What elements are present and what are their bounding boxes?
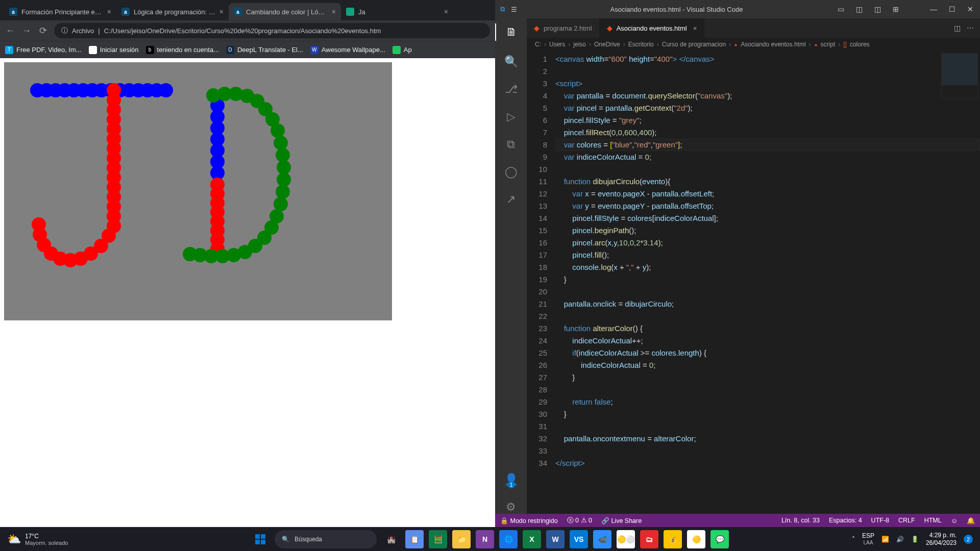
taskbar-app[interactable]: 🗂 (640, 530, 658, 548)
layout-icon[interactable]: ◫ (854, 5, 864, 13)
activity-item[interactable]: ▷ (507, 110, 516, 123)
activity-item[interactable]: ⧉ (507, 138, 515, 151)
browser-tab[interactable]: aFormación Principiante en Progra× (4, 3, 116, 20)
breadcrumb-segment[interactable]: Asociando eventos.html (741, 41, 805, 48)
vscode-breadcrumb[interactable]: C:›Users›jeiso›OneDrive›Escritorio›Curso… (527, 38, 980, 51)
taskbar-app[interactable]: 📹 (593, 530, 611, 548)
breadcrumb-segment[interactable]: Escritorio (628, 41, 654, 48)
back-button[interactable]: ← (5, 26, 15, 36)
taskbar-app[interactable]: 🏰 (382, 530, 400, 548)
drawing-canvas[interactable] (4, 62, 392, 320)
activity-item[interactable]: 🔍 (504, 55, 518, 68)
vscode-activity-bar: 🗎🔍⎇▷⧉◯↗👤⚙ (495, 18, 527, 514)
split-editor-icon[interactable]: ◫ (954, 24, 961, 32)
bookmark-item[interactable]: DDeepL Translate - El... (226, 46, 303, 54)
editor-tab[interactable]: ◆Asociando eventos.html× (600, 18, 705, 38)
app-menu-icon[interactable]: ☰ (511, 6, 517, 13)
browser-tab[interactable]: aLógica de programación: Practic× (116, 3, 229, 20)
taskbar-app[interactable]: W (546, 530, 565, 548)
taskbar-clock[interactable]: 4:29 p. m. 26/04/2023 (926, 532, 957, 547)
taskbar-app[interactable]: 📋 (405, 530, 424, 548)
taskbar-app[interactable]: 💬 (710, 530, 729, 548)
editor-tab[interactable]: ◆programa 2.html (527, 18, 600, 38)
taskbar-app[interactable]: 🌐 (499, 530, 518, 548)
start-button[interactable] (251, 530, 270, 548)
gear-icon[interactable]: ⚙ (506, 500, 516, 514)
svg-rect-3 (261, 540, 265, 544)
layout-icon[interactable]: ▭ (836, 5, 845, 13)
activity-item[interactable]: 🗎 (495, 23, 527, 41)
site-info-icon[interactable]: ⓘ (61, 26, 68, 35)
maximize-button[interactable]: ☐ (947, 5, 957, 13)
breadcrumb-segment[interactable]: OneDrive (594, 41, 620, 48)
battery-icon[interactable]: 🔋 (911, 536, 919, 543)
taskbar-app[interactable]: VS (570, 530, 588, 548)
taskbar-app[interactable]: 🟡⚪ (617, 530, 635, 548)
status-feedback-icon[interactable]: ☺ (951, 517, 958, 524)
status-spaces[interactable]: Espacios: 4 (829, 517, 862, 524)
status-problems[interactable]: ⓧ 0 ⚠ 0 (567, 516, 592, 525)
code-content[interactable]: <canvas width="600" height="400"> </canv… (555, 51, 980, 514)
breadcrumb-segment[interactable]: Curso de programacion (662, 41, 726, 48)
taskbar-app[interactable]: 🧮 (429, 530, 447, 548)
bookmark-item[interactable]: Iniciar sesión (89, 46, 139, 54)
tab-close-icon[interactable]: × (107, 8, 111, 16)
taskbar-search[interactable]: 🔍Búsqueda (275, 530, 377, 548)
bookmark-item[interactable]: Ap (393, 46, 412, 54)
breadcrumb-segment[interactable]: jeiso (573, 41, 586, 48)
tab-close-icon[interactable]: × (444, 8, 448, 16)
layout-icon[interactable]: ⊞ (891, 5, 900, 13)
status-encoding[interactable]: UTF-8 (871, 517, 889, 524)
bookmark-item[interactable]: WAwesome Wallpape... (310, 46, 385, 54)
layout-icon[interactable]: ◫ (873, 5, 882, 13)
taskbar-app[interactable]: 🟡 (687, 530, 705, 548)
status-lang[interactable]: HTML (924, 517, 942, 524)
breadcrumb-segment[interactable]: script (821, 41, 836, 48)
vscode-editor[interactable]: 1234567891011121314151617181920212223242… (527, 51, 980, 514)
notification-badge[interactable]: 2 (964, 535, 973, 544)
forward-button[interactable]: → (21, 26, 32, 36)
status-cursor-pos[interactable]: Lín. 8, col. 33 (781, 517, 820, 524)
vscode-titlebar[interactable]: ⧉ ☰ Asociando eventos.html - Visual Stud… (495, 0, 980, 18)
browser-tab[interactable]: Ja× (341, 3, 453, 20)
taskbar-app[interactable]: 💰 (664, 530, 682, 548)
bookmark-item[interactable]: bteniendo en cuenta... (146, 46, 219, 54)
activity-item[interactable]: ⎇ (505, 83, 518, 96)
bookmark-item[interactable]: TFree PDF, Video, Im... (5, 46, 82, 54)
address-bar[interactable]: ⓘ Archivo | C:/Users/jeiso/OneDrive/Escr… (54, 23, 490, 38)
tab-close-icon[interactable]: × (332, 8, 336, 16)
tray-lang1[interactable]: ESP (862, 532, 874, 539)
wifi-icon[interactable]: 📶 (881, 536, 889, 543)
reload-button[interactable]: ⟳ (38, 25, 48, 36)
tab-label: programa 2.html (544, 24, 592, 32)
bookmark-icon: b (146, 46, 154, 54)
breadcrumb-segment[interactable]: colores (850, 41, 870, 48)
search-icon: 🔍 (282, 536, 289, 543)
breadcrumb-segment[interactable]: C: (535, 41, 541, 48)
account-icon[interactable]: 👤 (504, 473, 518, 486)
activity-item[interactable]: ↗ (506, 193, 516, 206)
activity-item[interactable]: ◯ (505, 165, 518, 179)
taskbar-app[interactable]: X (523, 530, 541, 548)
svg-rect-2 (255, 540, 260, 544)
status-eol[interactable]: CRLF (898, 517, 915, 524)
tab-close-icon[interactable]: × (219, 8, 224, 16)
weather-icon: ⛅ (7, 533, 21, 546)
more-actions-icon[interactable]: ⋯ (967, 24, 974, 32)
url-scheme: Archivo (72, 27, 94, 35)
taskbar-app[interactable]: N (476, 530, 494, 548)
status-liveshare[interactable]: 🔗 Live Share (601, 517, 642, 524)
restricted-mode[interactable]: 🔒 Modo restringido (500, 517, 558, 524)
taskbar-weather[interactable]: ⛅ 17°C Mayorm. soleado (0, 533, 75, 546)
breadcrumb-segment[interactable]: Users (549, 41, 565, 48)
bookmark-icon: W (310, 46, 318, 54)
minimize-button[interactable]: — (929, 5, 938, 13)
close-button[interactable]: ✕ (966, 5, 975, 13)
status-bell-icon[interactable]: 🔔 (967, 517, 975, 524)
taskbar-app[interactable]: 📁 (452, 530, 471, 548)
tray-overflow-icon[interactable]: ˄ (852, 536, 855, 543)
volume-icon[interactable]: 🔊 (896, 536, 904, 543)
browser-tab[interactable]: aCambiando de color | Lógica de p× (229, 3, 341, 20)
minimap[interactable] (941, 53, 978, 99)
tab-close-icon[interactable]: × (693, 24, 697, 32)
